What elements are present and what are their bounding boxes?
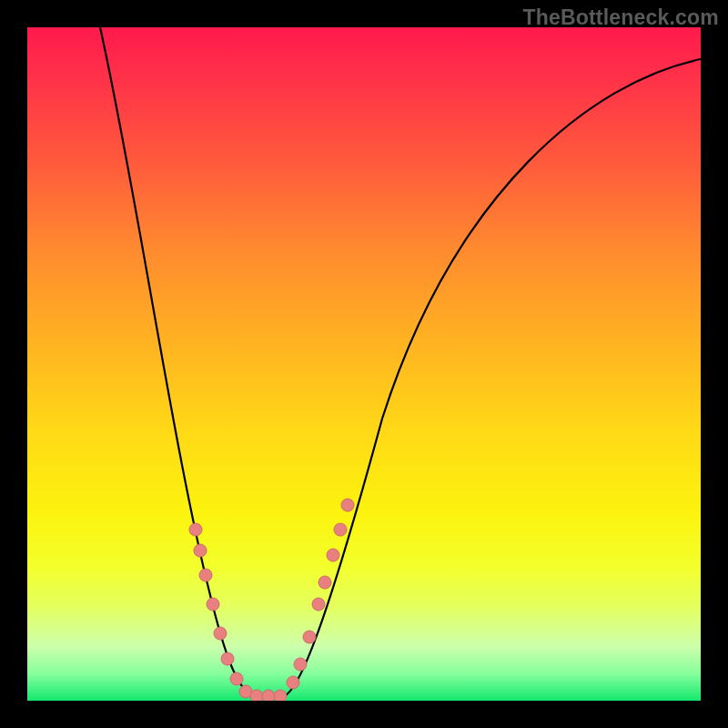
data-point: [262, 690, 275, 701]
data-point: [312, 598, 325, 611]
data-point: [207, 598, 219, 611]
data-point: [341, 499, 354, 511]
data-point: [334, 523, 347, 536]
data-point: [189, 523, 202, 536]
data-point: [318, 576, 331, 589]
plot-area: [27, 27, 701, 701]
data-point: [303, 631, 316, 643]
watermark-label: TheBottleneck.com: [522, 5, 719, 30]
data-point: [194, 544, 207, 557]
data-point: [287, 676, 299, 689]
data-point: [274, 690, 287, 701]
data-point: [239, 685, 252, 698]
data-points-group: [189, 499, 354, 701]
bottleneck-curve: [100, 27, 701, 696]
data-point: [250, 690, 263, 701]
data-point: [327, 549, 339, 561]
data-point: [294, 658, 307, 671]
data-point: [221, 652, 234, 665]
data-point: [230, 672, 243, 685]
data-point: [199, 569, 212, 581]
chart-container: TheBottleneck.com: [0, 0, 728, 728]
data-point: [214, 627, 227, 640]
curve-svg: [27, 27, 701, 701]
